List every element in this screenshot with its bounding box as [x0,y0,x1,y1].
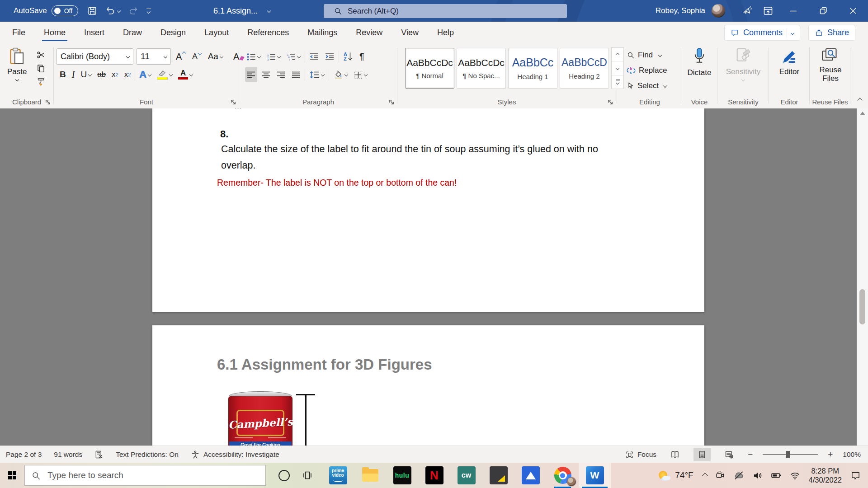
taskbar-search-box[interactable] [24,465,266,486]
tab-layout[interactable]: Layout [203,22,230,43]
tab-file[interactable]: File [11,22,26,43]
italic-button[interactable]: I [70,67,77,82]
line-spacing-button[interactable] [308,67,326,82]
ribbon-display-options-icon[interactable] [758,0,778,22]
web-layout-button[interactable] [721,448,738,461]
shrink-font-button[interactable]: A [190,49,203,64]
restore-button[interactable] [808,0,838,22]
taskbar-app-cw[interactable]: cw [450,463,482,488]
vertical-scrollbar[interactable] [857,108,868,446]
proofing-errors-icon[interactable] [94,450,104,459]
borders-button[interactable] [352,67,369,82]
font-family-select[interactable]: Calibri (Body) [57,48,133,65]
user-avatar[interactable] [712,4,725,18]
tab-design[interactable]: Design [160,22,187,43]
change-case-button[interactable]: Aa [206,49,225,64]
underline-button[interactable]: U [79,67,93,82]
style-heading-2[interactable]: AaBbCcD Heading 2 [560,48,609,89]
replace-button[interactable]: b c Replace [627,64,667,76]
tab-insert[interactable]: Insert [83,22,105,43]
cut-icon[interactable] [34,47,47,62]
bullets-button[interactable] [245,49,262,64]
font-color-button[interactable]: A [176,67,194,82]
multilevel-list-button[interactable]: 1ai [285,49,302,64]
page-indicator[interactable]: Page 2 of 3 [6,450,42,459]
align-right-button[interactable] [275,67,287,82]
taskbar-app-paramount[interactable] [514,463,547,488]
onedrive-paused-icon[interactable] [729,463,748,488]
format-painter-icon[interactable] [34,75,48,89]
zoom-out-button[interactable]: − [748,450,753,460]
select-button[interactable]: Select [627,80,667,92]
subscript-button[interactable]: x2 [110,67,120,82]
customize-qat-icon[interactable] [146,9,151,14]
start-button[interactable] [0,463,24,488]
grow-font-button[interactable]: A [174,49,187,64]
find-button[interactable]: Find [627,49,667,61]
word-count[interactable]: 91 words [54,450,82,459]
strikethrough-button[interactable]: ab [95,67,108,82]
numbering-button[interactable]: 123 [265,49,282,64]
zoom-slider[interactable] [763,454,818,455]
zoom-level[interactable]: 100% [843,450,861,459]
save-icon[interactable] [87,6,97,16]
weather-widget[interactable]: 74°F [653,470,698,481]
user-name[interactable]: Robey, Sophia [656,6,705,15]
autosave-switch[interactable]: Off [52,5,78,16]
search-bar[interactable] [324,4,567,18]
meet-now-icon[interactable] [711,463,729,488]
scrollbar-thumb[interactable] [859,289,865,324]
cortana-button[interactable] [272,463,296,488]
tab-references[interactable]: References [246,22,290,43]
action-center-icon[interactable] [846,463,868,488]
copy-icon[interactable] [34,61,47,75]
document-title[interactable]: 6.1 Assign... [213,6,258,16]
taskbar-app-file-explorer[interactable] [354,463,386,488]
document-page-1[interactable]: ○ … 8. Calculate the size of the label t… [152,108,704,312]
taskbar-search-input[interactable] [47,470,220,481]
styles-dialog-launcher-icon[interactable] [608,99,613,105]
title-dropdown-icon[interactable] [267,9,271,13]
print-layout-button[interactable] [693,448,711,461]
bold-button[interactable]: B [58,67,68,82]
style-normal[interactable]: AaBbCcDc ¶ Normal [405,48,454,89]
share-button[interactable]: Share [808,25,855,41]
justify-button[interactable] [290,67,302,82]
tab-review[interactable]: Review [355,22,383,43]
close-button[interactable] [838,0,868,22]
taskbar-app-prime-video[interactable]: primevideo [322,463,354,488]
paragraph-dialog-launcher-icon[interactable] [389,99,395,105]
reuse-files-button[interactable]: Reuse Files [816,47,844,83]
style-heading-1[interactable]: AaBbCc Heading 1 [508,48,557,89]
task-view-button[interactable] [296,463,319,488]
zoom-slider-thumb[interactable] [786,451,790,458]
accessibility-status[interactable]: Accessibility: Investigate [191,450,279,459]
tab-view[interactable]: View [400,22,420,43]
comments-dropdown-icon[interactable] [791,31,794,34]
volume-icon[interactable] [748,463,767,488]
align-center-button[interactable] [260,67,272,82]
focus-mode-button[interactable]: Focus [625,450,656,459]
superscript-button[interactable]: x2 [123,67,133,82]
taskbar-app-media[interactable] [482,463,514,488]
align-left-button[interactable] [245,67,257,82]
font-dialog-launcher-icon[interactable] [231,99,236,105]
coming-soon-megaphone-icon[interactable] [737,0,758,22]
undo-dropdown-icon[interactable] [117,9,121,13]
undo-button[interactable] [105,6,120,16]
taskbar-app-hulu[interactable]: hulu [386,463,418,488]
tab-home[interactable]: Home [43,22,66,43]
scroll-up-arrow-icon[interactable] [860,112,865,115]
style-no-spacing[interactable]: AaBbCcDc ¶ No Spac... [457,48,506,89]
sort-button[interactable]: AZ [342,49,355,64]
tab-draw[interactable]: Draw [122,22,143,43]
tab-mailings[interactable]: Mailings [307,22,338,43]
highlight-button[interactable] [155,67,174,82]
battery-icon[interactable] [767,463,786,488]
document-canvas[interactable]: ○ … 8. Calculate the size of the label t… [0,108,868,446]
increase-indent-button[interactable] [323,49,336,64]
taskbar-clock[interactable]: 8:28 PM 4/30/2022 [804,466,846,484]
comments-button[interactable]: Comments [724,25,800,41]
text-predictions[interactable]: Text Predictions: On [116,450,179,459]
tab-help[interactable]: Help [436,22,455,43]
